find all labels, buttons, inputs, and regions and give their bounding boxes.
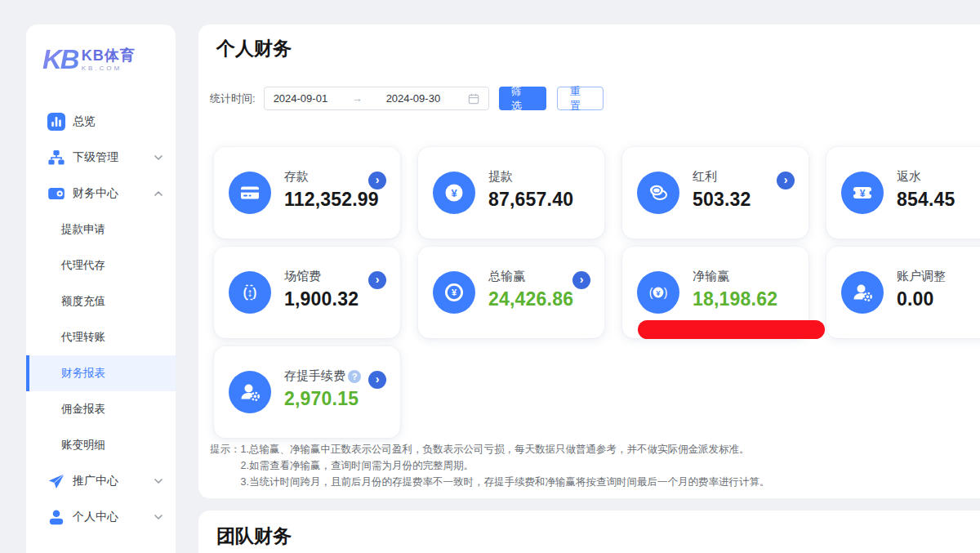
stat-card-venue-fee: (↕) 场馆费 1,900.32 › [214, 247, 400, 338]
stat-label: 总输赢 [488, 269, 525, 284]
stat-value: 1,900.32 [284, 288, 359, 310]
personal-finance-panel: 个人财务 统计时间: 2024-09-01 → 2024-09-30 筛选 重置… [198, 25, 980, 498]
detail-arrow-button[interactable]: › [572, 271, 590, 289]
sidebar-item-label: 总览 [73, 114, 96, 129]
sub-item-label: 佣金报表 [61, 402, 105, 417]
stat-value: 2,970.15 [284, 388, 359, 410]
red-annotation-marker [638, 320, 825, 339]
team-finance-panel: 团队财务 [198, 511, 980, 553]
range-arrow-icon: → [352, 92, 386, 105]
yen-ring-icon: ¥ [433, 271, 475, 314]
sidebar-item-account-changes[interactable]: 账变明细 [26, 427, 176, 463]
sidebar-item-finance-center[interactable]: 财务中心 [26, 176, 176, 212]
credit-card-icon [229, 172, 271, 214]
svg-text:): ) [664, 286, 668, 299]
user-icon [47, 508, 65, 526]
sidebar-nav: 总览 下级管理 财务中心 提款申请 代理代存 额度充值 代理转账 财务报表 佣金… [26, 104, 176, 535]
sub-item-label: 提款申请 [61, 222, 105, 237]
sub-item-label: 财务报表 [61, 366, 105, 381]
sub-item-label: 账变明细 [61, 438, 105, 453]
sidebar-item-agent-transfer[interactable]: 代理转账 [26, 319, 176, 355]
chevron-up-icon [154, 191, 163, 196]
sidebar-item-quota-recharge[interactable]: 额度充值 [26, 283, 176, 319]
sidebar-item-label: 下级管理 [73, 150, 118, 165]
page-title: 个人财务 [216, 36, 292, 61]
filter-row: 统计时间: 2024-09-01 → 2024-09-30 筛选 重置 [210, 87, 604, 110]
logo-title: KB体育 [82, 48, 136, 63]
stat-card-deposit: 存款 112,352.99 › [214, 147, 400, 239]
stat-value: 503.32 [693, 189, 751, 211]
svg-text:¥: ¥ [656, 288, 661, 297]
tips-prefix: 提示： [210, 441, 241, 490]
sub-item-label: 代理转账 [61, 330, 105, 345]
sidebar-item-personal-center[interactable]: 个人中心 [26, 499, 176, 535]
app-logo[interactable]: KB KB体育 KB.COM [42, 44, 136, 75]
end-date-value[interactable]: 2024-09-30 [386, 92, 468, 105]
stat-label: 红利 [693, 169, 717, 185]
org-chart-icon [47, 149, 65, 167]
svg-text:¥: ¥ [860, 188, 866, 199]
svg-text:¥: ¥ [451, 187, 457, 199]
stat-value: 112,352.99 [284, 189, 379, 211]
yen-bracket-icon: ()¥ [637, 271, 679, 314]
chevron-down-icon [154, 515, 163, 520]
start-date-value[interactable]: 2024-09-01 [274, 92, 352, 105]
help-icon[interactable]: ? [348, 370, 361, 383]
sidebar-item-label: 财务中心 [73, 186, 118, 201]
sub-item-label: 额度充值 [61, 294, 105, 309]
detail-arrow-button[interactable]: › [368, 371, 386, 389]
tip-line: 1.总输赢、净输赢中正数表示公司盈利，负数表示公司亏损，每天数据只做普通参考，并… [241, 441, 770, 457]
chevron-down-icon [154, 479, 163, 484]
sidebar-item-overview[interactable]: 总览 [26, 104, 176, 140]
date-range-input[interactable]: 2024-09-01 → 2024-09-30 [264, 87, 489, 110]
exchange-icon: (↕) [229, 271, 271, 314]
stat-label: 净输赢 [693, 269, 729, 284]
sidebar-item-subordinate[interactable]: 下级管理 [26, 140, 176, 176]
sidebar-item-label: 个人中心 [73, 510, 118, 524]
stat-label: 账户调整 [897, 269, 946, 284]
stat-label: 存款 [284, 169, 309, 185]
stat-value: 0.00 [897, 288, 934, 310]
sidebar-item-financial-report[interactable]: 财务报表 [26, 355, 176, 391]
stat-value: 87,657.40 [488, 189, 573, 211]
user-gear-icon [841, 271, 884, 314]
sidebar-item-label: 推广中心 [73, 474, 118, 488]
team-title: 团队财务 [216, 524, 292, 549]
detail-arrow-button[interactable]: › [777, 172, 795, 190]
stat-card-total-winloss: ¥ 总输赢 24,426.86 › [418, 247, 604, 338]
logo-subtitle: KB.COM [82, 65, 136, 72]
logo-mark: KB [42, 44, 78, 75]
tips-block: 提示： 1.总输赢、净输赢中正数表示公司盈利，负数表示公司亏损，每天数据只做普通… [210, 441, 769, 490]
stat-label: 返水 [897, 169, 921, 185]
tip-line: 2.如需查看净输赢，查询时间需为月份的完整周期。 [241, 457, 770, 474]
tip-line: 3.当统计时间跨月，且前后月份的存提费率不一致时，存提手续费和净输赢将按查询时间… [241, 474, 770, 490]
stat-label-text: 存提手续费 [284, 368, 345, 384]
stat-value: 18,198.62 [693, 288, 777, 310]
stat-time-label: 统计时间: [210, 91, 256, 106]
ticket-icon: ¥ [841, 172, 884, 214]
stat-card-account-adjust: 账户调整 0.00 [826, 247, 980, 338]
svg-text:(: ( [649, 286, 653, 299]
svg-text:¥: ¥ [452, 288, 457, 297]
stat-card-bonus: 红利 503.32 › [622, 147, 808, 239]
svg-text:(↕): (↕) [243, 286, 256, 299]
calendar-icon[interactable] [468, 93, 479, 105]
wallet-icon [47, 185, 65, 203]
user-gear-icon [229, 371, 271, 413]
sidebar: KB KB体育 KB.COM 总览 下级管理 财务中心 [26, 25, 176, 553]
sidebar-item-withdraw-request[interactable]: 提款申请 [26, 212, 176, 248]
coins-icon [637, 172, 679, 214]
detail-arrow-button[interactable]: › [368, 172, 386, 190]
stat-cards-grid: 存款 112,352.99 › ¥ 提款 87,657.40 红利 503.32… [214, 147, 980, 438]
filter-button[interactable]: 筛选 [499, 87, 546, 110]
stat-label: 场馆费 [284, 269, 321, 284]
sidebar-item-promotion-center[interactable]: 推广中心 [26, 463, 176, 499]
stat-card-rebate: ¥ 返水 854.45 [826, 147, 980, 239]
sidebar-item-agent-deposit[interactable]: 代理代存 [26, 248, 176, 283]
sidebar-item-commission-report[interactable]: 佣金报表 [26, 391, 176, 427]
detail-arrow-button[interactable]: › [368, 271, 386, 289]
sub-item-label: 代理代存 [61, 258, 105, 273]
reset-button[interactable]: 重置 [557, 87, 604, 110]
stat-value: 24,426.86 [488, 288, 573, 310]
stat-value: 854.45 [897, 189, 956, 211]
